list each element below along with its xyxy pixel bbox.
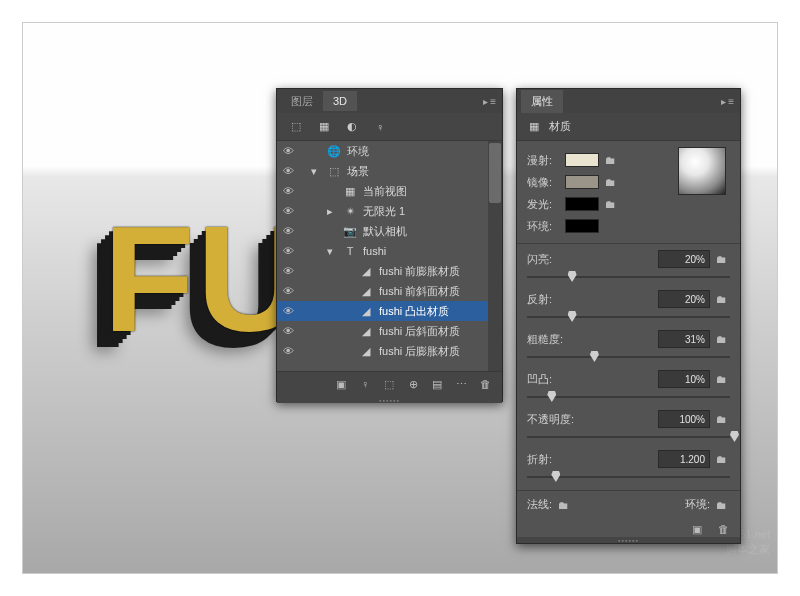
slider-shine: 闪亮:🖿 [527, 250, 730, 284]
tree-item-label: fushi 后斜面材质 [379, 324, 498, 339]
tree-row[interactable]: 👁◢fushi 前膨胀材质 [277, 261, 502, 281]
render-icon[interactable]: ▣ [334, 378, 348, 392]
swatch-specular[interactable] [565, 175, 599, 189]
filter-scene-icon[interactable]: ⬚ [289, 120, 303, 134]
trash-icon[interactable]: 🗑 [716, 523, 730, 537]
panel-3d: 图层 3D ▸≡ ⬚ ▦ ◐ ♀ 👁🌐环境👁▾⬚场景👁▦当前视图👁▸✴无限光 1… [276, 88, 503, 402]
render-icon[interactable]: ▣ [690, 523, 704, 537]
slider-track[interactable] [527, 430, 730, 444]
slider-value-input[interactable] [658, 330, 710, 348]
panel-3d-footer: ▣ ♀ ⬚ ⊕ ▤ ⋯ 🗑 [277, 371, 502, 397]
tab-properties[interactable]: 属性 [521, 90, 563, 113]
slider-value-input[interactable] [658, 370, 710, 388]
bake-icon[interactable]: ▤ [430, 378, 444, 392]
slider-track[interactable] [527, 350, 730, 364]
light-icon[interactable]: ♀ [358, 378, 372, 392]
tree-item-label: fushi 后膨胀材质 [379, 344, 498, 359]
slider-refract: 折射:🖿 [527, 450, 730, 484]
filter-light-icon[interactable]: ♀ [373, 120, 387, 134]
tree-row[interactable]: 👁📷默认相机 [277, 221, 502, 241]
tree-row[interactable]: 👁▦当前视图 [277, 181, 502, 201]
visibility-icon[interactable]: 👁 [281, 325, 295, 337]
swatch-illum[interactable] [565, 197, 599, 211]
tree-row[interactable]: 👁◢fushi 前斜面材质 [277, 281, 502, 301]
texture-picker-icon[interactable]: 🖿 [716, 253, 730, 265]
slider-value-input[interactable] [658, 250, 710, 268]
tree-row[interactable]: 👁◢fushi 后膨胀材质 [277, 341, 502, 361]
visibility-icon[interactable]: 👁 [281, 345, 295, 357]
slider-value-input[interactable] [658, 450, 710, 468]
filter-mesh-icon[interactable]: ▦ [317, 120, 331, 134]
disclosure-icon[interactable]: ▾ [307, 165, 321, 178]
texture-picker-icon[interactable]: 🖿 [716, 453, 730, 465]
scroll-thumb[interactable] [489, 143, 501, 203]
tree-row[interactable]: 👁▾⬚场景 [277, 161, 502, 181]
tree-row[interactable]: 👁◢fushi 凸出材质 [277, 301, 502, 321]
slider-label: 粗糙度: [527, 332, 563, 347]
panel-grip[interactable]: ▪▪▪▪▪▪ [517, 537, 740, 543]
visibility-icon[interactable]: 👁 [281, 265, 295, 277]
slider-thumb[interactable] [551, 471, 560, 482]
slider-value-input[interactable] [658, 290, 710, 308]
filter-material-icon[interactable]: ◐ [345, 120, 359, 134]
slider-thumb[interactable] [568, 311, 577, 322]
tree-row[interactable]: 👁◢fushi 后斜面材质 [277, 321, 502, 341]
visibility-icon[interactable]: 👁 [281, 285, 295, 297]
add-icon[interactable]: ⊕ [406, 378, 420, 392]
texture-picker-icon[interactable]: 🖿 [605, 154, 619, 166]
item-type-icon: ▦ [343, 185, 357, 198]
tree-row[interactable]: 👁🌐环境 [277, 141, 502, 161]
slider-rough: 粗糙度:🖿 [527, 330, 730, 364]
swatch-ambient[interactable] [565, 219, 599, 233]
texture-picker-icon[interactable]: 🖿 [716, 373, 730, 385]
tree-item-label: fushi 前膨胀材质 [379, 264, 498, 279]
visibility-icon[interactable]: 👁 [281, 245, 295, 257]
tree-item-label: fushi [363, 245, 498, 257]
slider-reflect: 反射:🖿 [527, 290, 730, 324]
slider-track[interactable] [527, 310, 730, 324]
texture-picker-icon[interactable]: 🖿 [716, 333, 730, 345]
visibility-icon[interactable]: 👁 [281, 145, 295, 157]
slider-value-input[interactable] [658, 410, 710, 428]
texture-picker-icon[interactable]: 🖿 [716, 413, 730, 425]
tree-row[interactable]: 👁▾Tfushi [277, 241, 502, 261]
slider-thumb[interactable] [568, 271, 577, 282]
new-icon[interactable]: ⬚ [382, 378, 396, 392]
link-icon[interactable]: ⋯ [454, 378, 468, 392]
swatch-diffuse[interactable] [565, 153, 599, 167]
slider-track[interactable] [527, 470, 730, 484]
tree-row[interactable]: 👁▸✴无限光 1 [277, 201, 502, 221]
panel-grip[interactable]: ▪▪▪▪▪▪ [277, 397, 502, 403]
slider-track[interactable] [527, 390, 730, 404]
slider-opacity: 不透明度:🖿 [527, 410, 730, 444]
visibility-icon[interactable]: 👁 [281, 305, 295, 317]
tree-item-label: 当前视图 [363, 184, 498, 199]
panel-menu-icon[interactable]: ▸≡ [483, 96, 498, 107]
slider-bump: 凹凸:🖿 [527, 370, 730, 404]
tree-scrollbar[interactable] [488, 141, 502, 371]
texture-picker-icon[interactable]: 🖿 [716, 293, 730, 305]
tab-3d[interactable]: 3D [323, 91, 357, 111]
tree-item-label: 默认相机 [363, 224, 498, 239]
material-preview-sphere[interactable] [678, 147, 726, 195]
tab-layers[interactable]: 图层 [281, 90, 323, 113]
disclosure-icon[interactable]: ▾ [323, 245, 337, 258]
visibility-icon[interactable]: 👁 [281, 165, 295, 177]
texture-picker-icon[interactable]: 🖿 [605, 176, 619, 188]
texture-picker-icon[interactable]: 🖿 [558, 499, 572, 511]
slider-thumb[interactable] [730, 431, 739, 442]
texture-picker-icon[interactable]: 🖿 [605, 198, 619, 210]
texture-picker-icon[interactable]: 🖿 [716, 499, 730, 511]
panel-menu-icon[interactable]: ▸≡ [721, 96, 736, 107]
slider-track[interactable] [527, 270, 730, 284]
item-type-icon: 📷 [343, 225, 357, 238]
trash-icon[interactable]: 🗑 [478, 378, 492, 392]
label-ambient: 环境: [527, 219, 559, 234]
visibility-icon[interactable]: 👁 [281, 185, 295, 197]
slider-thumb[interactable] [547, 391, 556, 402]
slider-thumb[interactable] [590, 351, 599, 362]
visibility-icon[interactable]: 👁 [281, 205, 295, 217]
disclosure-icon[interactable]: ▸ [323, 205, 337, 218]
panel-properties: 属性 ▸≡ ▦ 材质 漫射: 🖿 镜像: 🖿 发光: 🖿 环境: 闪亮:🖿反射:… [516, 88, 741, 544]
visibility-icon[interactable]: 👁 [281, 225, 295, 237]
